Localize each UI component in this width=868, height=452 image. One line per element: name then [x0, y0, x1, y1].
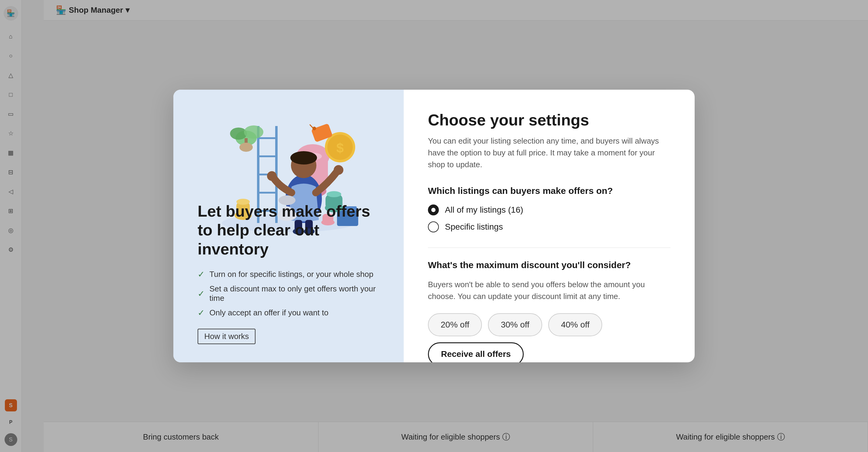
svg-point-22 [290, 151, 317, 164]
check-icon-1: ✓ [197, 289, 205, 299]
discount-btn-20[interactable]: 20% off [428, 313, 482, 336]
radio-option-all-listings[interactable]: All of my listings (16) [428, 204, 671, 216]
svg-text:$: $ [336, 140, 344, 155]
radio-circle-all [428, 204, 439, 216]
check-icon-2: ✓ [197, 308, 205, 318]
modal-dialog: $ [173, 90, 695, 362]
check-icon-0: ✓ [197, 269, 205, 279]
svg-point-36 [327, 191, 341, 197]
svg-point-12 [240, 143, 253, 152]
modal-right-panel: Choose your settings You can edit your l… [404, 90, 695, 362]
svg-line-43 [310, 125, 313, 128]
feature-item-2: ✓ Only accept an offer if you want to [197, 308, 379, 318]
radio-circle-specific [428, 222, 439, 232]
svg-point-10 [244, 125, 264, 139]
discount-heading: What's the maximum discount you'll consi… [428, 260, 671, 270]
feature-list: ✓ Turn on for specific listings, or your… [197, 269, 379, 318]
modal-left-panel: $ [173, 90, 404, 362]
feature-item-0: ✓ Turn on for specific listings, or your… [197, 269, 379, 279]
settings-title: Choose your settings [428, 111, 671, 129]
divider [428, 248, 671, 248]
discount-options: 20% off 30% off 40% off Receive all offe… [428, 313, 671, 362]
radio-option-specific-listings[interactable]: Specific listings [428, 222, 671, 232]
settings-description: You can edit your listing selection any … [428, 135, 671, 170]
discount-btn-40[interactable]: 40% off [548, 313, 602, 336]
listings-heading: Which listings can buyers make offers on… [428, 186, 671, 196]
modal-left-content: Let buyers make offers to help clear out… [197, 202, 379, 344]
svg-point-23 [267, 171, 277, 181]
how-it-works-link[interactable]: How it works [197, 329, 255, 344]
listings-radio-group: All of my listings (16) Specific listing… [428, 204, 671, 232]
discount-btn-30[interactable]: 30% off [488, 313, 542, 336]
feature-item-1: ✓ Set a discount max to only get offers … [197, 284, 379, 303]
modal-left-title: Let buyers make offers to help clear out… [197, 202, 379, 258]
discount-btn-receive-all[interactable]: Receive all offers [428, 342, 524, 362]
svg-point-24 [334, 165, 343, 175]
discount-description: Buyers won't be able to send you offers … [428, 279, 671, 302]
